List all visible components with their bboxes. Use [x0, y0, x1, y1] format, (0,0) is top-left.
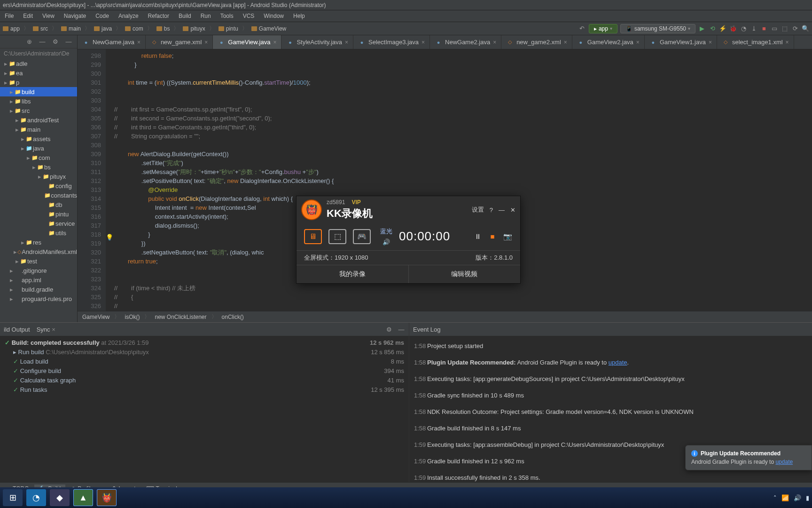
- edit-video-button[interactable]: 编辑视频: [409, 265, 521, 283]
- system-tray[interactable]: ˄ 📶 🔊 ▮: [773, 494, 809, 501]
- task-app1[interactable]: ◔: [26, 489, 46, 506]
- build-tab-sync[interactable]: Sync ×: [37, 326, 55, 333]
- tree-node[interactable]: ▸src: [0, 106, 77, 115]
- menu-edit[interactable]: Edit: [18, 13, 38, 19]
- task-start[interactable]: ⊞: [3, 489, 23, 506]
- editor-tab[interactable]: GameView2.java×: [572, 35, 645, 49]
- apply-code-icon[interactable]: ⚡: [719, 25, 726, 32]
- menu-help[interactable]: Help: [289, 13, 310, 19]
- collapse-icon[interactable]: —: [39, 38, 46, 46]
- code-crumb[interactable]: onClick(): [222, 314, 244, 320]
- editor-tab[interactable]: SelectImage3.java×: [353, 35, 430, 49]
- tree-node[interactable]: ▸p: [0, 78, 77, 87]
- close-tab-icon[interactable]: ×: [493, 39, 496, 46]
- menu-navigate[interactable]: Navigate: [59, 13, 91, 19]
- tree-node[interactable]: ▸res: [0, 238, 77, 247]
- mode-region-icon[interactable]: ⬚: [328, 229, 346, 244]
- build-task-row[interactable]: Calculate task graph41 ms: [5, 375, 404, 385]
- breadcrumb-item[interactable]: app: [3, 25, 20, 32]
- menu-build[interactable]: Build: [174, 13, 196, 19]
- locate-icon[interactable]: ⊕: [25, 38, 33, 46]
- tree-node[interactable]: ▸com: [0, 153, 77, 162]
- intention-bulb-icon[interactable]: 💡: [106, 233, 113, 242]
- recorder-settings-link[interactable]: 设置: [472, 206, 484, 214]
- task-android-studio[interactable]: ▲: [73, 489, 93, 506]
- audio-icon[interactable]: 🔊: [383, 238, 390, 246]
- editor-tab[interactable]: new_game2.xml×: [501, 35, 572, 49]
- editor-tab[interactable]: GameView1.java×: [645, 35, 717, 49]
- run-icon[interactable]: ▶: [698, 25, 706, 32]
- tree-node[interactable]: utils: [0, 228, 77, 238]
- tree-node[interactable]: ▸main: [0, 125, 77, 134]
- menu-analyze[interactable]: Analyze: [114, 13, 143, 19]
- editor-tab[interactable]: NewGame2.java×: [430, 35, 501, 49]
- close-tab-icon[interactable]: ×: [273, 39, 276, 46]
- code-crumb[interactable]: GameView: [82, 314, 109, 320]
- pause-icon[interactable]: ⏸: [472, 231, 483, 242]
- build-hide-icon[interactable]: —: [398, 325, 405, 333]
- hide-icon[interactable]: —: [65, 38, 72, 46]
- tray-wifi-icon[interactable]: 📶: [781, 494, 789, 501]
- close-tab-icon[interactable]: ×: [204, 39, 208, 46]
- run-config-selector[interactable]: ▸ app ▾: [589, 24, 617, 33]
- close-tab-icon[interactable]: ×: [786, 39, 789, 46]
- tree-node[interactable]: ▸bs: [0, 162, 77, 172]
- menu-view[interactable]: View: [38, 13, 59, 19]
- avd-icon[interactable]: ▭: [771, 25, 778, 32]
- menu-window[interactable]: Window: [259, 13, 289, 19]
- quality-label[interactable]: 蓝光: [380, 227, 392, 236]
- project-tree[interactable]: ▸adle▸ea▸p▸build▸libs▸src▸androidTest▸ma…: [0, 59, 77, 322]
- search-icon[interactable]: 🔍: [802, 25, 809, 32]
- recorder-help-icon[interactable]: ?: [490, 206, 493, 214]
- editor-tab[interactable]: GameView.java×: [213, 35, 281, 49]
- structure-breadcrumb[interactable]: GameView〉isOk()〉new OnClickListener〉onCl…: [78, 311, 812, 322]
- tree-node[interactable]: pintu: [0, 209, 77, 219]
- tray-volume-icon[interactable]: 🔊: [794, 494, 801, 501]
- mode-fullscreen-icon[interactable]: 🖥: [304, 229, 322, 244]
- code-crumb[interactable]: isOk(): [125, 314, 140, 320]
- tree-node[interactable]: ▸assets: [0, 134, 77, 143]
- tree-node[interactable]: ▸app.iml: [0, 275, 77, 285]
- tree-node[interactable]: ▸pituyx: [0, 172, 77, 181]
- build-task-row[interactable]: Run tasks12 s 395 ms: [5, 385, 404, 394]
- tree-node[interactable]: ▸adle: [0, 59, 77, 68]
- editor-tab[interactable]: new_game.xml×: [146, 35, 213, 49]
- menu-vcs[interactable]: VCS: [238, 13, 259, 19]
- code-crumb[interactable]: new OnClickListener: [155, 314, 206, 320]
- tree-node[interactable]: service: [0, 219, 77, 228]
- screenshot-icon[interactable]: 📷: [502, 231, 513, 242]
- tree-node[interactable]: ▸ea: [0, 68, 77, 78]
- sync-icon[interactable]: ⟳: [791, 25, 799, 32]
- mode-game-icon[interactable]: 🎮: [353, 229, 371, 244]
- breadcrumb-item[interactable]: java: [94, 25, 112, 32]
- event-link[interactable]: update: [609, 359, 627, 366]
- breadcrumb-item[interactable]: GameView: [251, 25, 286, 32]
- tree-node[interactable]: config: [0, 181, 77, 190]
- apply-changes-icon[interactable]: ⟲: [709, 25, 716, 32]
- tray-battery-icon[interactable]: ▮: [806, 494, 809, 501]
- menu-refactor[interactable]: Refactor: [143, 13, 174, 19]
- recorder-minimize-icon[interactable]: —: [499, 206, 505, 214]
- nav-back-icon[interactable]: ↶: [578, 25, 586, 32]
- tree-node[interactable]: ▸build: [0, 87, 77, 96]
- editor-tab[interactable]: select_image1.xml×: [717, 35, 794, 49]
- gear-icon[interactable]: ⚙: [52, 38, 59, 46]
- menu-run[interactable]: Run: [196, 13, 216, 19]
- breadcrumb-item[interactable]: src: [33, 25, 48, 32]
- close-tab-icon[interactable]: ×: [422, 39, 425, 46]
- tree-node[interactable]: db: [0, 200, 77, 209]
- menu-code[interactable]: Code: [91, 13, 114, 19]
- build-task-row[interactable]: Configure build394 ms: [5, 366, 404, 375]
- tree-node[interactable]: ▸test: [0, 256, 77, 266]
- tree-node[interactable]: ▸proguard-rules.pro: [0, 294, 77, 303]
- attach-icon[interactable]: ⤓: [750, 25, 757, 32]
- record-stop-icon[interactable]: ■: [487, 231, 498, 242]
- my-recordings-button[interactable]: 我的录像: [297, 265, 409, 283]
- close-tab-icon[interactable]: ×: [636, 39, 640, 46]
- windows-taskbar[interactable]: ⊞ ◔ ◆ ▲ 👹 ˄ 📶 🔊 ▮: [0, 487, 812, 508]
- close-tab-icon[interactable]: ×: [137, 39, 141, 46]
- tree-node[interactable]: ▸java: [0, 143, 77, 153]
- breadcrumb-item[interactable]: pintu: [219, 25, 238, 32]
- build-task-row[interactable]: Load build8 ms: [5, 357, 404, 366]
- editor-tab[interactable]: StyleActivity.java×: [281, 35, 353, 49]
